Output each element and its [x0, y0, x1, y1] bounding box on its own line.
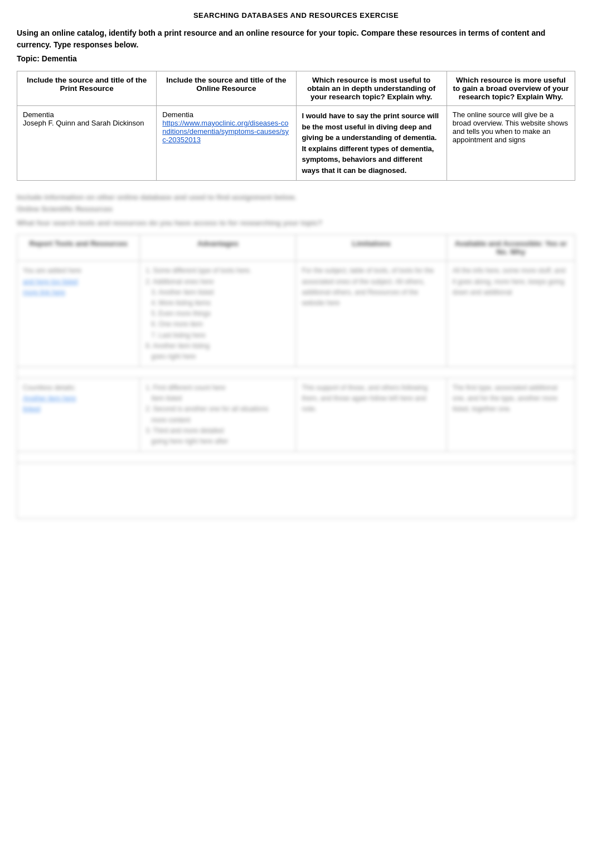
page-container: SEARCHING DATABASES AND RESOURCES EXERCI…: [0, 0, 592, 530]
overview-answer-text: The online source will give be a broad o…: [453, 110, 568, 144]
intro-text: Using an online catalog, identify both a…: [17, 27, 575, 51]
overview-answer-cell: The online source will give be a broad o…: [447, 106, 575, 181]
topic-line: Topic: Dementia: [17, 54, 575, 63]
blurred-intro-text: Include information on other online data…: [17, 192, 575, 229]
blurred-cell-1-2: 1. Some different type of tools here. 2.…: [140, 261, 296, 367]
blurred-cell-1-3: For the subject, table of tools, of tool…: [296, 261, 447, 367]
blurred-cell-2-4: The first type, associated additional on…: [447, 378, 575, 452]
blurred-col3-header: Limitations: [296, 235, 447, 261]
online-resource-cell: Dementia https://www.mayoclinic.org/dise…: [157, 106, 296, 181]
col2-header: Include the source and title of the Onli…: [157, 71, 296, 106]
blurred-cell-2-1: Countless details: Another item here lin…: [17, 378, 140, 452]
resources-table: Include the source and title of the Prin…: [17, 71, 575, 181]
blurred-cell-2-2: 1. First different count here Item liste…: [140, 378, 296, 452]
depth-answer-text: I would have to say the print source wil…: [302, 112, 439, 175]
blurred-section: Include information on other online data…: [17, 192, 575, 519]
col3-header: Which resource is most useful to obtain …: [296, 71, 447, 106]
blurred-row-spacer-2: [17, 452, 575, 463]
page-title: SEARCHING DATABASES AND RESOURCES EXERCI…: [17, 11, 575, 20]
blurred-table-row-3: [17, 463, 575, 519]
col4-header: Which resource is more useful to gain a …: [447, 71, 575, 106]
col1-header: Include the source and title of the Prin…: [17, 71, 157, 106]
blurred-cell-1-1: You are added here and here too listed m…: [17, 261, 140, 367]
depth-answer-cell: I would have to say the print source wil…: [296, 106, 447, 181]
blurred-table-row-1: You are added here and here too listed m…: [17, 261, 575, 367]
blurred-table-row-2: Countless details: Another item here lin…: [17, 378, 575, 452]
blurred-col4-header: Available and Accessible: Yes or No. Why: [447, 235, 575, 261]
blurred-col2-header: Advantages: [140, 235, 296, 261]
table-header-row: Include the source and title of the Prin…: [17, 71, 575, 106]
online-resource-link[interactable]: https://www.mayoclinic.org/diseases-cond…: [162, 119, 289, 144]
blurred-cell-2-3: This support of those, and others follow…: [296, 378, 447, 452]
print-resource-cell: DementiaJoseph F. Quinn and Sarah Dickin…: [17, 106, 157, 181]
blurred-cell-1-4: All the info here, some more stuff, and …: [447, 261, 575, 367]
blurred-col1-header: Report Tools and Resources: [17, 235, 140, 261]
online-resource-title: Dementia: [162, 110, 193, 119]
blurred-resources-table: Report Tools and Resources Advantages Li…: [17, 234, 575, 519]
blurred-row-spacer: [17, 367, 575, 378]
blurred-header-row: Report Tools and Resources Advantages Li…: [17, 235, 575, 261]
print-resource-text: DementiaJoseph F. Quinn and Sarah Dickin…: [23, 110, 144, 127]
table-data-row: DementiaJoseph F. Quinn and Sarah Dickin…: [17, 106, 575, 181]
